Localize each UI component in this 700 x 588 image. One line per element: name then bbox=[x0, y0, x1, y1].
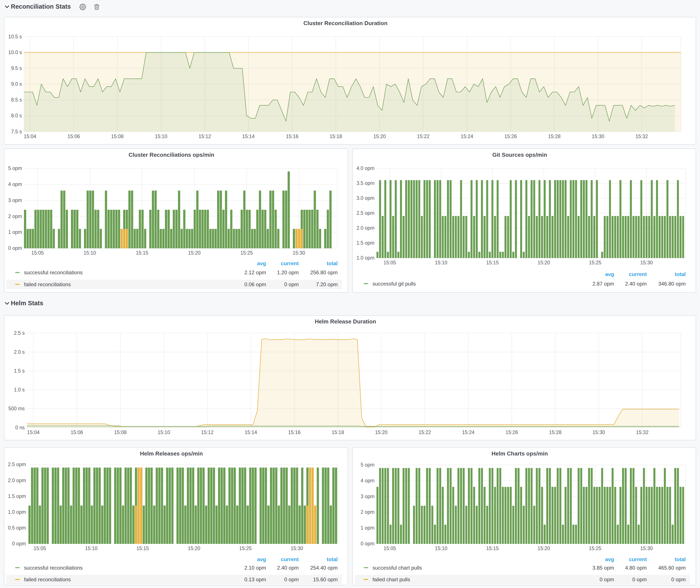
svg-text:15:14: 15:14 bbox=[242, 134, 255, 139]
svg-text:15:10: 15:10 bbox=[155, 134, 167, 139]
svg-text:0 opm: 0 opm bbox=[284, 577, 299, 582]
svg-text:2.0 opm: 2.0 opm bbox=[356, 225, 374, 231]
svg-text:2.40 opm: 2.40 opm bbox=[625, 281, 647, 287]
svg-text:15:06: 15:06 bbox=[68, 134, 80, 139]
svg-text:avg: avg bbox=[605, 271, 614, 277]
svg-text:15:32: 15:32 bbox=[635, 134, 648, 139]
svg-text:15:18: 15:18 bbox=[330, 134, 342, 139]
svg-text:15:04: 15:04 bbox=[27, 430, 40, 435]
svg-text:7.5 s: 7.5 s bbox=[11, 129, 22, 134]
svg-text:15:30: 15:30 bbox=[640, 260, 653, 265]
svg-text:0 opm: 0 opm bbox=[284, 281, 299, 287]
svg-text:2.5 opm: 2.5 opm bbox=[356, 210, 374, 216]
svg-text:2.5 opm: 2.5 opm bbox=[8, 462, 26, 467]
svg-text:15:25: 15:25 bbox=[589, 546, 602, 551]
svg-text:15:24: 15:24 bbox=[462, 430, 475, 435]
svg-text:failed reconciliations: failed reconciliations bbox=[24, 577, 71, 582]
svg-text:15:28: 15:28 bbox=[548, 134, 561, 139]
svg-text:successful chart pulls: successful chart pulls bbox=[373, 565, 422, 571]
svg-text:9.5 s: 9.5 s bbox=[11, 65, 22, 71]
svg-text:15:32: 15:32 bbox=[636, 430, 648, 435]
svg-text:0.06 opm: 0.06 opm bbox=[244, 281, 266, 287]
svg-text:15:20: 15:20 bbox=[373, 134, 386, 139]
svg-text:15:15: 15:15 bbox=[136, 546, 149, 551]
svg-text:15:15: 15:15 bbox=[486, 546, 499, 551]
svg-text:2.40 opm: 2.40 opm bbox=[277, 565, 299, 571]
svg-text:1.0 s: 1.0 s bbox=[14, 387, 25, 393]
svg-text:15:18: 15:18 bbox=[332, 430, 344, 435]
svg-text:15:20: 15:20 bbox=[188, 250, 201, 256]
svg-text:1.0 opm: 1.0 opm bbox=[8, 509, 26, 515]
svg-text:total: total bbox=[675, 556, 686, 562]
svg-text:15:06: 15:06 bbox=[71, 430, 83, 435]
svg-text:3 opm: 3 opm bbox=[361, 494, 374, 499]
svg-text:15:30: 15:30 bbox=[592, 134, 604, 139]
svg-text:failed chart pulls: failed chart pulls bbox=[373, 577, 410, 582]
svg-text:15.60 opm: 15.60 opm bbox=[313, 577, 338, 582]
svg-text:254.40 opm: 254.40 opm bbox=[310, 565, 338, 571]
svg-text:avg: avg bbox=[257, 556, 266, 562]
svg-text:4.0 opm: 4.0 opm bbox=[356, 165, 374, 171]
svg-text:15:16: 15:16 bbox=[288, 430, 301, 435]
svg-text:346.80 opm: 346.80 opm bbox=[658, 281, 686, 287]
svg-text:15:15: 15:15 bbox=[486, 260, 499, 265]
svg-text:2.12 opm: 2.12 opm bbox=[244, 270, 266, 275]
svg-text:3.85 opm: 3.85 opm bbox=[592, 565, 614, 571]
svg-text:8.5 s: 8.5 s bbox=[11, 97, 22, 103]
svg-text:15:10: 15:10 bbox=[85, 546, 98, 551]
svg-text:1.20 opm: 1.20 opm bbox=[277, 270, 299, 275]
svg-text:1.0 opm: 1.0 opm bbox=[356, 255, 374, 261]
svg-text:1 opm: 1 opm bbox=[8, 229, 22, 235]
svg-text:15:14: 15:14 bbox=[245, 430, 257, 435]
svg-text:8.0 s: 8.0 s bbox=[11, 113, 22, 118]
svg-text:15:25: 15:25 bbox=[240, 250, 253, 256]
svg-text:0 opm: 0 opm bbox=[632, 577, 647, 582]
svg-text:current: current bbox=[629, 271, 647, 277]
svg-text:1.5 s: 1.5 s bbox=[14, 368, 25, 374]
svg-text:15:08: 15:08 bbox=[111, 134, 124, 139]
svg-text:2 opm: 2 opm bbox=[8, 213, 22, 219]
svg-text:15:16: 15:16 bbox=[286, 134, 298, 139]
svg-text:total: total bbox=[327, 260, 338, 266]
svg-text:3.0 opm: 3.0 opm bbox=[356, 195, 374, 201]
svg-text:3.5 opm: 3.5 opm bbox=[356, 180, 374, 186]
svg-text:4.80 opm: 4.80 opm bbox=[625, 565, 647, 571]
svg-text:2 opm: 2 opm bbox=[361, 509, 374, 515]
svg-text:0.5 opm: 0.5 opm bbox=[8, 525, 26, 531]
svg-text:5 opm: 5 opm bbox=[8, 165, 22, 171]
svg-text:current: current bbox=[629, 556, 647, 562]
svg-text:5 opm: 5 opm bbox=[361, 462, 374, 468]
svg-text:10.0 s: 10.0 s bbox=[8, 50, 22, 55]
svg-text:15:05: 15:05 bbox=[34, 546, 46, 551]
svg-text:15:04: 15:04 bbox=[24, 134, 36, 139]
svg-text:465.60 opm: 465.60 opm bbox=[658, 565, 686, 571]
svg-text:4 opm: 4 opm bbox=[8, 181, 22, 187]
svg-text:500 ms: 500 ms bbox=[8, 406, 25, 411]
svg-text:0 opm: 0 opm bbox=[12, 541, 26, 546]
svg-text:15:10: 15:10 bbox=[158, 430, 170, 435]
svg-text:15:10: 15:10 bbox=[84, 250, 96, 256]
svg-text:256.80 opm: 256.80 opm bbox=[310, 270, 338, 275]
svg-text:15:05: 15:05 bbox=[384, 546, 396, 551]
svg-text:15:25: 15:25 bbox=[239, 546, 252, 551]
svg-text:1.5 opm: 1.5 opm bbox=[8, 493, 26, 499]
svg-text:2.0 opm: 2.0 opm bbox=[8, 478, 26, 483]
svg-text:4 opm: 4 opm bbox=[361, 478, 374, 483]
svg-text:15:12: 15:12 bbox=[201, 430, 214, 435]
svg-text:15:20: 15:20 bbox=[538, 546, 550, 551]
svg-text:2.10 opm: 2.10 opm bbox=[244, 565, 266, 571]
svg-text:3 opm: 3 opm bbox=[8, 197, 22, 203]
svg-text:total: total bbox=[675, 271, 686, 277]
svg-text:total: total bbox=[327, 556, 338, 562]
svg-text:2.5 s: 2.5 s bbox=[14, 330, 25, 336]
svg-text:15:30: 15:30 bbox=[592, 430, 605, 435]
svg-text:15:08: 15:08 bbox=[114, 430, 127, 435]
svg-text:15:30: 15:30 bbox=[293, 250, 305, 256]
svg-text:2.87 opm: 2.87 opm bbox=[592, 281, 614, 287]
svg-text:failed reconciliations: failed reconciliations bbox=[24, 281, 71, 287]
svg-text:15:24: 15:24 bbox=[461, 134, 473, 139]
svg-text:15:22: 15:22 bbox=[417, 134, 430, 139]
svg-text:0 opm: 0 opm bbox=[600, 577, 614, 582]
svg-text:15:26: 15:26 bbox=[506, 430, 518, 435]
svg-text:15:25: 15:25 bbox=[589, 260, 602, 265]
